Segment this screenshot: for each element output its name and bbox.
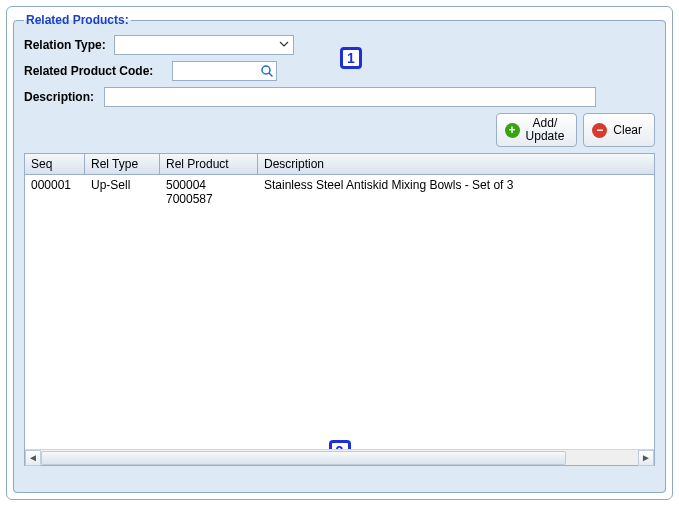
- col-header-description[interactable]: Description: [258, 154, 654, 174]
- label-relation-type: Relation Type:: [24, 38, 114, 52]
- cell-rel-product: 500004 7000587: [160, 176, 258, 208]
- label-description: Description:: [24, 90, 104, 104]
- related-products-fieldset: Related Products: Relation Type: Related…: [13, 13, 666, 493]
- svg-line-1: [269, 73, 273, 77]
- description-input[interactable]: [104, 87, 596, 107]
- scroll-track[interactable]: [41, 451, 638, 465]
- add-update-button[interactable]: + Add/ Update: [496, 113, 578, 147]
- search-icon[interactable]: [260, 64, 274, 81]
- add-update-label: Add/ Update: [526, 117, 565, 143]
- relation-type-select[interactable]: [114, 35, 294, 55]
- grid-body: 000001 Up-Sell 500004 7000587 Stainless …: [25, 175, 654, 449]
- plus-icon: +: [505, 123, 520, 138]
- annotation-callout-2: 2: [329, 440, 351, 449]
- annotation-callout-1: 1: [340, 47, 362, 69]
- clear-button[interactable]: − Clear: [583, 113, 655, 147]
- table-row[interactable]: 000001 Up-Sell 500004 7000587 Stainless …: [25, 175, 654, 208]
- svg-point-0: [262, 66, 270, 74]
- scroll-right-icon[interactable]: ►: [638, 450, 654, 466]
- panel-container: Related Products: Relation Type: Related…: [6, 6, 673, 500]
- label-product-code: Related Product Code:: [24, 64, 172, 78]
- cell-seq: 000001: [25, 176, 85, 208]
- grid-header-row: Seq Rel Type Rel Product Description: [25, 154, 654, 175]
- results-grid: Seq Rel Type Rel Product Description 000…: [24, 153, 655, 466]
- cell-description: Stainless Steel Antiskid Mixing Bowls - …: [258, 176, 654, 208]
- col-header-rel-product[interactable]: Rel Product: [160, 154, 258, 174]
- row-description: Description:: [24, 87, 655, 107]
- clear-label: Clear: [613, 124, 642, 137]
- col-header-rel-type[interactable]: Rel Type: [85, 154, 160, 174]
- minus-icon: −: [592, 123, 607, 138]
- cell-rel-type: Up-Sell: [85, 176, 160, 208]
- fieldset-legend: Related Products:: [24, 13, 131, 27]
- horizontal-scrollbar[interactable]: ◄ ►: [25, 449, 654, 465]
- scroll-thumb[interactable]: [41, 451, 566, 465]
- scroll-left-icon[interactable]: ◄: [25, 450, 41, 466]
- relation-type-input[interactable]: [114, 35, 294, 55]
- button-row: + Add/ Update − Clear: [24, 113, 655, 147]
- col-header-seq[interactable]: Seq: [25, 154, 85, 174]
